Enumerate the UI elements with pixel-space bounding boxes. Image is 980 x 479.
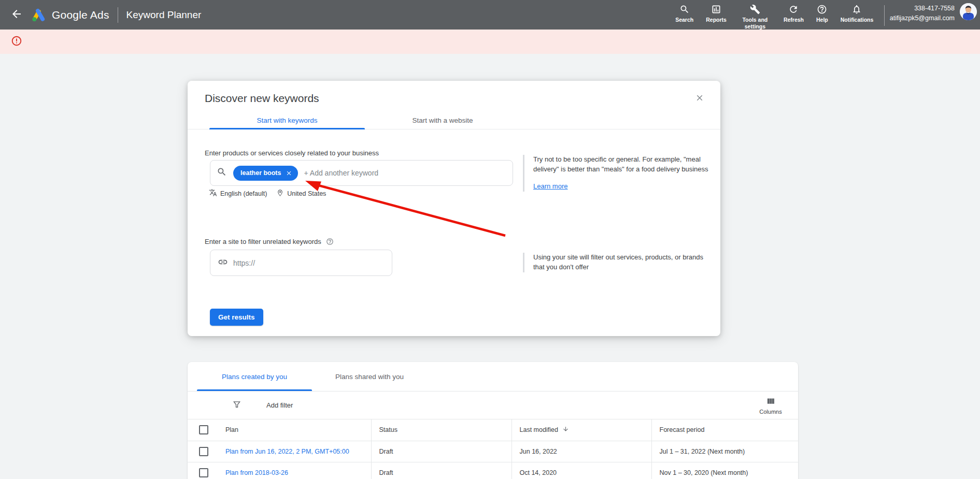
bell-icon [851, 3, 862, 16]
nav-item-refresh[interactable]: Refresh [777, 3, 810, 23]
keywords-field-label: Enter products or services closely relat… [205, 149, 379, 157]
site-tip: Using your site will filter out services… [523, 253, 711, 272]
row-checkbox[interactable] [199, 468, 208, 477]
targeting-row: English (default) United States [209, 188, 335, 198]
get-results-button[interactable]: Get results [210, 309, 263, 326]
nav-item-label: Tools and settings [739, 17, 771, 30]
search-icon [679, 3, 690, 16]
keyword-chip-label: leather boots [240, 169, 281, 177]
link-icon [218, 257, 228, 269]
keywords-tip-text: Try not to be too specific or general. F… [533, 155, 711, 175]
reports-icon [711, 3, 721, 16]
keywords-input-box[interactable]: leather boots [210, 160, 513, 186]
learn-more-link[interactable]: Learn more [533, 182, 567, 192]
modal-title: Discover new keywords [205, 92, 319, 105]
plan-status: Draft [371, 441, 512, 462]
sort-descending-icon [558, 426, 569, 434]
help-icon [817, 3, 827, 16]
nav-item-reports[interactable]: Reports [700, 3, 733, 23]
site-input-box[interactable] [210, 250, 392, 276]
plan-last-modified: Oct 14, 2020 [512, 462, 651, 479]
tab-start-with-a-website[interactable]: Start with a website [365, 112, 520, 129]
row-checkbox[interactable] [199, 447, 208, 456]
nav-item-label: Refresh [784, 17, 804, 23]
keyword-chip[interactable]: leather boots [233, 166, 298, 181]
back-arrow-icon [10, 8, 23, 22]
account-info: 338-417-7558 atifijazpk5@gmail.com [890, 4, 955, 22]
header-last-modified[interactable]: Last modified [512, 419, 651, 441]
site-field-label-row: Enter a site to filter unrelated keyword… [205, 238, 334, 247]
language-selector[interactable]: English (default) [209, 188, 267, 198]
nav-left-cluster: Google Ads Keyword Planner [0, 5, 201, 25]
location-value: United States [287, 190, 326, 197]
columns-icon [766, 397, 775, 407]
nav-item-tools-settings[interactable]: Tools and settings [733, 3, 777, 30]
plans-card: Plans created by you Plans shared with y… [188, 362, 798, 479]
nav-item-help[interactable]: Help [810, 3, 834, 23]
location-selector[interactable]: United States [276, 189, 326, 198]
keywords-tip: Try not to be too specific or general. F… [523, 155, 711, 192]
header-plan[interactable]: Plan [218, 419, 371, 441]
select-all-checkbox[interactable] [199, 425, 208, 434]
nav-right-cluster: Search Reports Tools and settings Refres… [669, 0, 980, 30]
alert-banner [0, 30, 980, 54]
active-tab-underline [209, 128, 365, 129]
nav-item-search[interactable]: Search [669, 3, 700, 23]
alert-error-icon[interactable] [11, 35, 22, 49]
account-email: atifijazpk5@gmail.com [890, 13, 955, 23]
plan-forecast: Nov 1 – 30, 2020 (Next month) [651, 462, 798, 479]
plans-table: Plan Status Last modified Forecast perio… [188, 419, 798, 479]
plans-tabs: Plans created by you Plans shared with y… [188, 362, 798, 391]
keyword-planner-screen: Google Ads Keyword Planner Search Report… [0, 0, 980, 479]
language-value: English (default) [220, 190, 267, 197]
plan-status: Draft [371, 462, 512, 479]
header-forecast-period[interactable]: Forecast period [651, 419, 798, 441]
plans-toolbar: Add filter Columns [188, 391, 798, 419]
active-tab-underline [197, 389, 312, 391]
header-status[interactable]: Status [371, 419, 512, 441]
account-phone: 338-417-7558 [890, 4, 955, 13]
plan-last-modified: Jun 16, 2022 [512, 441, 651, 462]
table-row: Plan from Jun 16, 2022, 2 PM, GMT+05:00 … [188, 441, 798, 462]
brand-title: Google Ads [52, 9, 109, 21]
product-title: Keyword Planner [126, 9, 202, 21]
add-filter-label: Add filter [266, 401, 293, 409]
tab-start-with-keywords[interactable]: Start with keywords [209, 112, 365, 129]
location-pin-icon [276, 189, 287, 198]
top-navigation-bar: Google Ads Keyword Planner Search Report… [0, 0, 980, 30]
wrench-icon [750, 3, 760, 16]
close-icon [695, 93, 704, 105]
keyword-input[interactable] [304, 169, 507, 177]
plan-link[interactable]: Plan from 2018-03-26 [225, 469, 288, 476]
site-field-label: Enter a site to filter unrelated keyword… [205, 238, 321, 245]
table-header-row: Plan Status Last modified Forecast perio… [188, 419, 798, 441]
back-button[interactable] [6, 5, 27, 25]
columns-button[interactable]: Columns [752, 395, 789, 415]
avatar[interactable] [960, 3, 977, 20]
add-filter-button[interactable]: Add filter [188, 400, 293, 411]
site-url-input[interactable] [233, 259, 385, 267]
site-tip-text: Using your site will filter out services… [533, 253, 711, 272]
columns-label: Columns [759, 409, 782, 415]
nav-item-label: Reports [706, 17, 727, 23]
filter-funnel-icon [212, 400, 242, 411]
refresh-icon [788, 3, 799, 16]
nav-divider [884, 5, 885, 26]
nav-item-label: Notifications [841, 17, 873, 23]
search-icon [217, 167, 227, 179]
modal-tabs: Start with keywords Start with a website [188, 112, 720, 129]
table-row: Plan from 2018-03-26 Draft Oct 14, 2020 … [188, 462, 798, 479]
google-ads-logo-icon [31, 7, 47, 23]
modal-close-button[interactable] [693, 92, 706, 106]
nav-divider [118, 7, 118, 23]
tab-plans-shared-with-you[interactable]: Plans shared with you [312, 362, 427, 391]
nav-item-notifications[interactable]: Notifications [834, 3, 879, 23]
plan-forecast: Jul 1 – 31, 2022 (Next month) [651, 441, 798, 462]
tab-plans-created-by-you[interactable]: Plans created by you [197, 362, 312, 391]
chip-remove-icon[interactable] [285, 168, 294, 178]
nav-item-label: Help [816, 17, 828, 23]
help-circle-icon[interactable] [326, 239, 334, 247]
translate-icon [209, 188, 220, 198]
plan-link[interactable]: Plan from Jun 16, 2022, 2 PM, GMT+05:00 [225, 448, 349, 455]
nav-item-label: Search [675, 17, 693, 23]
